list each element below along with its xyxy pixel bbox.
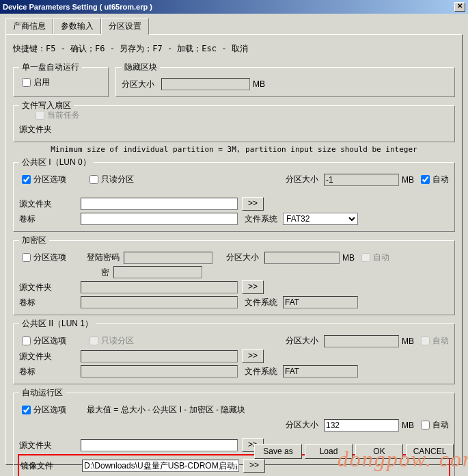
legend-hidden: 隐藏区块 (122, 62, 160, 73)
pub1-volume-input[interactable] (81, 213, 238, 225)
shortcut-hint: 快捷键：F5 - 确认；F6 - 另存为；F7 - 加载；Esc - 取消 (13, 43, 455, 55)
group-autorun: 自动运行区 分区选项 最大值 = 总大小 - 公共区 I - 加密区 - 隐藏块… (13, 387, 455, 476)
legend-enc: 加密区 (19, 235, 49, 246)
group-hidden-block: 隐藏区块 分区大小 MB (115, 62, 455, 97)
enc-volume-input[interactable] (81, 296, 238, 308)
load-button[interactable]: Load (305, 444, 353, 459)
window-title: Device Parameters Setting ( ut65rom.erp … (3, 3, 454, 11)
autorun-srcfolder-label: 源文件夹 (19, 440, 81, 451)
group-single-autorun: 单一盘自动运行 启用 (13, 62, 109, 97)
legend-pub2: 公共区 II（LUN 1） (19, 318, 96, 330)
pub2-mb: MB (402, 336, 414, 346)
tab-vendor[interactable]: 产商信息 (5, 18, 53, 34)
pub1-srcfolder-label: 源文件夹 (19, 198, 81, 210)
pub1-auto[interactable]: 自动 (418, 173, 449, 186)
close-icon[interactable]: ✕ (454, 2, 465, 12)
ok-button[interactable]: OK (355, 444, 403, 459)
enc-fs-label: 文件系统 (245, 297, 277, 308)
pub2-srcfolder-label: 源文件夹 (19, 351, 81, 362)
enc-srcfolder-input[interactable] (81, 281, 238, 293)
hidden-mb-label: MB (253, 79, 265, 89)
pub2-volume-label: 卷标 (19, 366, 81, 378)
pub2-volume-input[interactable] (81, 365, 238, 378)
autorun-image-label: 镜像文件 (20, 460, 82, 472)
enc-opt[interactable]: 分区选项 (19, 251, 66, 264)
autorun-mb: MB (402, 421, 414, 430)
current-task-check (36, 111, 44, 120)
pub1-opt[interactable]: 分区选项 (19, 173, 66, 186)
autorun-opt[interactable]: 分区选项 (19, 404, 66, 416)
pub2-auto: 自动 (418, 334, 449, 347)
hidden-size-label: 分区大小 (122, 79, 154, 90)
pub1-fs-label: 文件系统 (245, 213, 277, 225)
group-public-2: 公共区 II（LUN 1） 分区选项 只读分区 分区大小 MB 自动 源文件夹 … (13, 318, 455, 384)
enc-pw2-input[interactable] (113, 266, 202, 278)
enc-auto: 自动 (359, 251, 389, 264)
enc-size-label: 分区大小 (226, 252, 259, 263)
pub2-browse-button[interactable]: >> (242, 349, 264, 363)
cancel-button[interactable]: CANCEL (406, 444, 454, 459)
pub1-mb: MB (402, 175, 414, 185)
legend-pub1: 公共区 I（LUN 0） (19, 157, 94, 168)
enc-login-pw-label: 登陆密码 (87, 252, 120, 263)
enc-browse-button[interactable]: >> (242, 280, 264, 294)
titlebar: Device Parameters Setting ( ut65rom.erp … (0, 0, 468, 14)
autorun-auto[interactable]: 自动 (418, 419, 449, 432)
autorun-size-input[interactable] (324, 419, 399, 432)
hidden-size-input[interactable] (161, 78, 250, 90)
pub1-volume-label: 卷标 (19, 213, 81, 225)
src-folder-label-1: 源文件夹 (19, 124, 81, 135)
tab-params[interactable]: 参数输入 (53, 18, 101, 34)
enable-single-autorun[interactable]: 启用 (19, 77, 50, 87)
saveas-button[interactable]: Save as (254, 444, 302, 459)
group-public-1: 公共区 I（LUN 0） 分区选项 只读分区 分区大小 MB 自动 源文件夹 >… (13, 157, 455, 232)
pub1-readonly[interactable]: 只读分区 (87, 173, 134, 186)
enc-srcfolder-label: 源文件夹 (19, 282, 81, 293)
pub2-opt[interactable]: 分区选项 (19, 334, 66, 347)
group-encrypt: 加密区 分区选项 登陆密码 分区大小 MB 自动 密 (13, 235, 455, 315)
legend-autorun: 自动运行区 (19, 387, 66, 399)
partition-hint: Minimum size of individual partition = 3… (13, 145, 455, 154)
pub2-fs-display (283, 365, 358, 378)
pub1-fs-select[interactable]: FAT32 (283, 213, 358, 225)
pub2-srcfolder-input[interactable] (81, 350, 238, 362)
autorun-max-label: 最大值 = 总大小 - 公共区 I - 加密区 - 隐藏块 (87, 404, 245, 416)
enc-mb: MB (342, 253, 355, 263)
tab-strip: 产商信息 参数输入 分区设置 (5, 18, 463, 34)
autorun-image-input[interactable] (82, 460, 239, 472)
tab-partition[interactable]: 分区设置 (101, 18, 149, 35)
legend-single-autorun: 单一盘自动运行 (19, 62, 82, 73)
pub1-srcfolder-input[interactable] (81, 198, 238, 210)
pub1-size-input[interactable] (324, 174, 399, 186)
group-file-sector: 文件写入扇区 当前任务 源文件夹 (13, 100, 455, 142)
pub1-browse-button[interactable]: >> (242, 197, 264, 211)
enc-login-pw-input[interactable] (124, 252, 212, 264)
pub2-size-input[interactable] (324, 335, 399, 347)
autorun-srcfolder-input[interactable] (81, 439, 238, 451)
pub2-size-label: 分区大小 (286, 335, 318, 347)
current-task-label: 当前任务 (47, 109, 80, 121)
enc-fs-display (283, 296, 358, 308)
pub2-fs-label: 文件系统 (245, 366, 277, 378)
enc-size-input[interactable] (264, 252, 340, 264)
pub1-size-label: 分区大小 (286, 174, 318, 185)
autorun-size-label: 分区大小 (286, 419, 318, 431)
enc-volume-label: 卷标 (19, 297, 81, 308)
autorun-image-browse-button[interactable]: >> (243, 459, 265, 473)
pub2-readonly: 只读分区 (87, 334, 134, 347)
enc-pw2-label: 密 (101, 267, 109, 278)
